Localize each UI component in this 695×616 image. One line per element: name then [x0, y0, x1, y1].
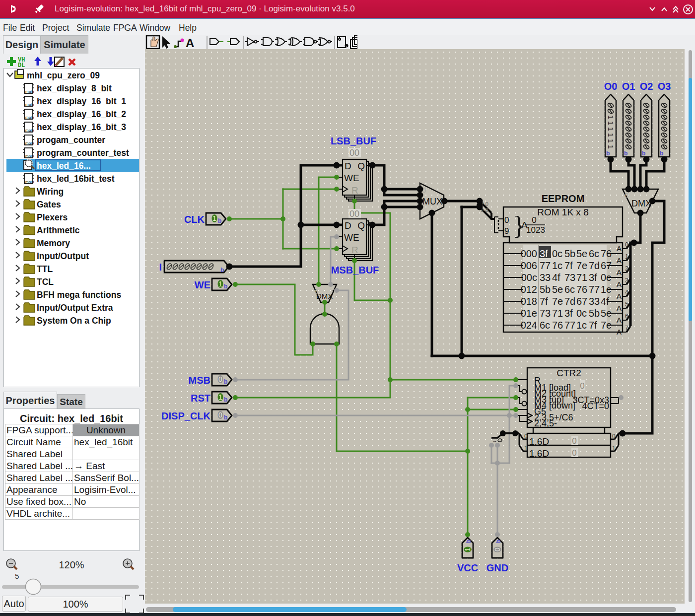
- svg-text:b: b: [224, 283, 227, 290]
- svg-text:b: b: [218, 217, 221, 224]
- svg-text:0: 0: [218, 375, 222, 383]
- svg-text:3: 3: [625, 277, 628, 284]
- svg-text:DMX: DMX: [631, 199, 651, 208]
- svg-text:77: 77: [540, 260, 551, 271]
- svg-text:O0: O0: [604, 81, 618, 92]
- svg-text:MUX: MUX: [422, 197, 442, 206]
- svg-text:MSB_BUF: MSB_BUF: [331, 265, 379, 275]
- svg-text:9: 9: [504, 226, 509, 236]
- svg-text:3f: 3f: [589, 272, 597, 283]
- svg-text:76: 76: [552, 320, 563, 331]
- svg-text:3f: 3f: [564, 308, 573, 319]
- svg-text:1c: 1c: [576, 320, 587, 331]
- svg-text:A: A: [617, 328, 622, 336]
- svg-text:1: 1: [625, 253, 628, 260]
- svg-text:6c: 6c: [540, 320, 550, 331]
- svg-text:1,6D: 1,6D: [529, 448, 549, 459]
- svg-text:b: b: [465, 540, 472, 543]
- svg-text:5: 5: [625, 301, 628, 308]
- svg-text:ROM 1K x 8: ROM 1K x 8: [537, 207, 588, 217]
- svg-text:5b: 5b: [589, 308, 600, 319]
- svg-text:7f: 7f: [564, 260, 573, 271]
- svg-text:4: 4: [625, 289, 628, 296]
- svg-text:3f: 3f: [540, 248, 548, 259]
- svg-text:00: 00: [349, 148, 359, 158]
- svg-text:1,6D: 1,6D: [529, 436, 549, 447]
- svg-text:0: 0: [572, 448, 576, 458]
- svg-text:A: A: [617, 280, 622, 288]
- svg-text:1023: 1023: [526, 225, 545, 235]
- svg-text:0c: 0c: [576, 308, 587, 319]
- svg-text:b: b: [495, 540, 502, 543]
- svg-text:O3: O3: [658, 81, 671, 92]
- svg-text:A: A: [617, 244, 622, 253]
- svg-text:4CT=0: 4CT=0: [582, 401, 609, 411]
- svg-text:1: 1: [218, 280, 222, 288]
- svg-text:R: R: [351, 185, 358, 196]
- svg-text:33: 33: [589, 296, 600, 307]
- svg-text:0: 0: [612, 433, 616, 440]
- svg-text:71: 71: [576, 272, 587, 283]
- svg-text:1: 1: [464, 548, 472, 551]
- svg-text:5e: 5e: [576, 248, 587, 259]
- svg-text:A: A: [617, 304, 622, 312]
- svg-text:0: 0: [625, 241, 628, 248]
- svg-text:67: 67: [576, 296, 587, 307]
- svg-text:7f: 7f: [540, 296, 548, 307]
- svg-text:DMX: DMX: [316, 292, 333, 300]
- svg-text:D: D: [345, 161, 351, 171]
- svg-text:A: A: [617, 292, 622, 300]
- svg-text:GND: GND: [486, 562, 508, 573]
- svg-text:73: 73: [564, 272, 575, 283]
- svg-text:I: I: [159, 262, 162, 273]
- svg-text:018: 018: [521, 296, 537, 307]
- svg-text:LSB_BUF: LSB_BUF: [331, 136, 376, 146]
- svg-text:7d: 7d: [564, 296, 575, 307]
- svg-text:0: 0: [524, 433, 528, 440]
- svg-text:EEPROM: EEPROM: [542, 193, 585, 204]
- svg-text:73: 73: [540, 308, 551, 319]
- svg-text:1: 1: [212, 214, 216, 222]
- svg-text:b: b: [642, 150, 645, 157]
- svg-text:0: 0: [625, 191, 628, 200]
- svg-text:7d: 7d: [589, 260, 600, 271]
- svg-text:1: 1: [607, 115, 615, 119]
- svg-text:VCC: VCC: [457, 562, 478, 573]
- svg-text:1: 1: [607, 121, 615, 125]
- svg-text:b: b: [224, 414, 227, 421]
- svg-text:76: 76: [576, 284, 587, 295]
- svg-text:1: 1: [607, 133, 615, 137]
- svg-text:0: 0: [504, 215, 509, 225]
- svg-text:7f: 7f: [589, 320, 597, 331]
- svg-text:0: 0: [572, 436, 576, 446]
- svg-text:WE: WE: [344, 173, 359, 183]
- svg-text:1: 1: [607, 139, 615, 143]
- svg-text:6: 6: [625, 313, 628, 320]
- svg-text:O2: O2: [640, 81, 653, 92]
- svg-text:WE: WE: [344, 232, 359, 243]
- svg-text:1: 1: [607, 127, 615, 131]
- svg-text:b: b: [220, 267, 224, 274]
- svg-text:77: 77: [564, 320, 575, 331]
- svg-text:012: 012: [521, 284, 537, 295]
- svg-text:4f: 4f: [552, 272, 560, 283]
- svg-text:5e: 5e: [552, 284, 563, 295]
- svg-text:77: 77: [589, 284, 600, 295]
- svg-text:b: b: [224, 396, 227, 403]
- svg-text:b: b: [606, 150, 610, 157]
- svg-text:6c: 6c: [589, 248, 599, 259]
- svg-text:2: 2: [625, 265, 628, 272]
- svg-text:A: A: [186, 36, 194, 50]
- svg-text:WE: WE: [195, 279, 210, 290]
- svg-text:DL: DL: [18, 62, 25, 68]
- svg-text:Q: Q: [357, 220, 365, 231]
- svg-text:1: 1: [612, 445, 616, 452]
- svg-text:6c: 6c: [564, 284, 575, 295]
- svg-text:b: b: [224, 378, 227, 385]
- svg-text:0: 0: [493, 548, 501, 551]
- svg-text:1: 1: [218, 393, 222, 401]
- svg-text:0c: 0c: [552, 248, 562, 259]
- svg-text:71: 71: [552, 308, 563, 319]
- svg-text:000: 000: [521, 248, 537, 259]
- svg-text:7e: 7e: [552, 296, 563, 307]
